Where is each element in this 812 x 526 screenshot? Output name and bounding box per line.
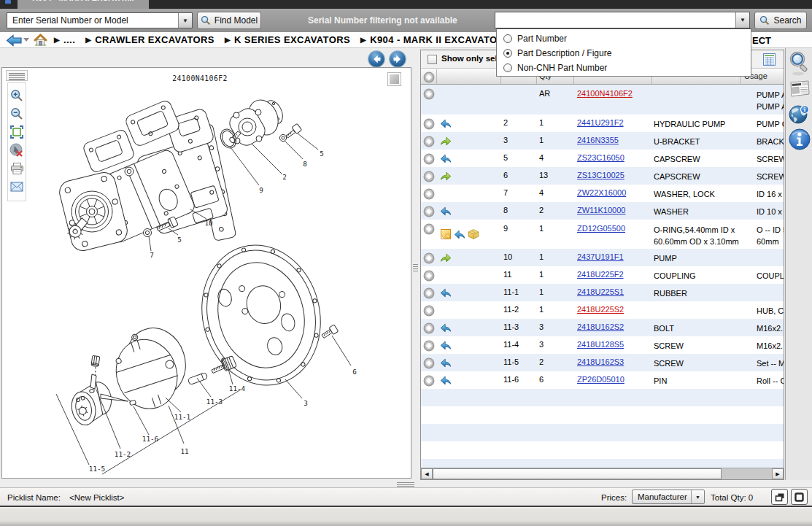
picklist-maximize-button[interactable] (791, 489, 808, 505)
part-number-link[interactable]: ZD12G05500 (577, 224, 625, 233)
expand-all-button[interactable] (421, 69, 437, 84)
home-icon[interactable] (34, 34, 47, 47)
figure-prev-button[interactable] (368, 50, 385, 68)
row-expander-button[interactable] (421, 185, 437, 202)
forward-icon[interactable] (440, 252, 452, 263)
parts-table-row[interactable]: 11 1 2418U225F2 COUPLING COUPLI (421, 266, 784, 284)
search-tool-icon[interactable] (788, 50, 811, 77)
reply-icon[interactable] (440, 117, 452, 129)
parts-table-row[interactable]: 6 13 ZS13C10025 CAPSCREW SCREW (421, 167, 784, 185)
row-expander-button[interactable] (421, 266, 437, 284)
info-icon[interactable] (788, 128, 811, 151)
scroll-right-button[interactable]: ▶ (772, 468, 784, 479)
parts-table-row[interactable]: 11-4 3 2418U128S5 SCREW M16x2. (421, 336, 784, 354)
part-number-link[interactable]: 24100N4106F2 (577, 89, 633, 98)
reply-icon[interactable] (440, 287, 452, 298)
bottom-splitter-grip[interactable] (397, 482, 414, 487)
row-expander-button[interactable] (421, 336, 437, 354)
part-number-link[interactable]: ZW22X16000 (577, 188, 626, 197)
parts-table-row[interactable]: 10 1 2437U191F1 PUMP (421, 249, 784, 266)
globe-info-icon[interactable]: i (788, 104, 810, 125)
part-number-link[interactable]: ZP26D05010 (577, 375, 625, 384)
show-only-selected-checkbox[interactable] (428, 55, 437, 64)
search-button[interactable]: Search (754, 12, 807, 29)
breadcrumb-item-k-series-excavators[interactable]: ▶K SERIES EXCAVATORS (225, 34, 350, 45)
figure-next-button[interactable] (389, 50, 406, 68)
parts-table-row[interactable]: 8 2 ZW11K10000 WASHER ID 10 x (421, 202, 784, 220)
part-number-link[interactable]: 2418U128S5 (577, 340, 624, 349)
print-button[interactable] (9, 160, 25, 177)
reply-icon[interactable] (440, 339, 452, 351)
overview-thumbnail-icon[interactable] (387, 72, 401, 86)
panel-splitter[interactable] (412, 260, 419, 275)
part-number-link[interactable]: ZW11K10000 (577, 206, 625, 214)
parts-table-row[interactable]: 11-6 6 ZP26D05010 PIN Roll -- C (421, 371, 784, 389)
bottom-splitter[interactable] (0, 480, 812, 487)
parts-table-row[interactable]: AR 24100N4106F2 PUMP APUMP A (421, 85, 784, 115)
parts-table-horizontal-scrollbar[interactable]: ◀ ▶ (421, 468, 784, 479)
email-button[interactable] (9, 178, 25, 196)
row-expander-button[interactable] (421, 167, 437, 185)
serial-number-combo[interactable]: Enter Serial Number or Model ▼ (7, 12, 193, 28)
option-part-description-figure[interactable]: Part Description / Figure (497, 46, 751, 61)
search-combo-dropdown-arrow[interactable]: ▼ (735, 12, 749, 28)
radio-part-description-figure[interactable] (503, 49, 512, 58)
part-number-link[interactable]: ZS23C16050 (577, 153, 625, 162)
row-expander-button[interactable] (421, 354, 437, 371)
breadcrumb-item-root[interactable]: ▶.... (54, 34, 75, 45)
row-expander-button[interactable] (421, 371, 437, 389)
row-expander-button[interactable] (421, 249, 437, 266)
exploded-parts-drawing[interactable]: 24100N4106F2 (2, 68, 411, 478)
parts-table-row[interactable]: 11-5 2 2418U162S3 SCREW Set -- M (421, 354, 784, 371)
zoom-out-button[interactable] (9, 105, 25, 123)
row-expander-button[interactable] (421, 132, 437, 150)
part-number-link[interactable]: 2418U225S1 (577, 287, 624, 296)
parts-table-row[interactable]: 11-1 1 2418U225S1 RUBBER (421, 284, 784, 301)
find-model-button[interactable]: Find Model (197, 12, 261, 29)
prices-dropdown[interactable]: Manufacturer ▼ (632, 490, 705, 504)
back-history-caret[interactable] (23, 38, 29, 42)
column-header-icons[interactable] (437, 69, 501, 84)
radio-part-number[interactable] (503, 34, 512, 43)
part-number-link[interactable]: 2416N3355 (577, 136, 619, 144)
row-expander-button[interactable] (421, 319, 437, 336)
parts-table-row[interactable]: 11-3 3 2418U162S2 BOLT M16x2. (421, 319, 784, 336)
part-number-link[interactable]: 2418U225S2 (577, 305, 624, 314)
reply-icon[interactable] (454, 228, 465, 240)
zoom-in-button[interactable] (9, 87, 25, 104)
forward-icon[interactable] (440, 170, 452, 182)
forward-icon[interactable] (440, 135, 452, 147)
part-number-link[interactable]: ZS13C10025 (577, 171, 625, 179)
row-expander-button[interactable] (421, 150, 437, 167)
table-view-icon[interactable] (762, 53, 776, 66)
fit-to-view-button[interactable] (9, 123, 25, 141)
reply-icon[interactable] (440, 152, 452, 164)
breadcrumb-item-crawler-excavators[interactable]: ▶CRAWLER EXCAVATORS (85, 34, 214, 45)
search-combo[interactable]: ▼ (495, 12, 750, 28)
reply-icon[interactable] (440, 322, 452, 333)
reply-icon[interactable] (440, 374, 452, 386)
option-non-cnh-part-number[interactable]: Non-CNH Part Number (497, 61, 751, 75)
option-part-number[interactable]: Part Number (497, 31, 751, 46)
row-expander-button[interactable] (421, 301, 437, 319)
part-number-link[interactable]: 2418U162S2 (577, 322, 624, 331)
row-expander-button[interactable] (421, 115, 437, 132)
row-expander-button[interactable] (421, 220, 437, 249)
box-icon[interactable] (468, 228, 479, 240)
row-expander-button[interactable] (421, 202, 437, 220)
parts-table-row[interactable]: 5 4 ZS23C16050 CAPSCREW SCREW (421, 150, 784, 167)
back-arrow-icon[interactable] (6, 34, 23, 47)
parts-table-row[interactable]: 7 4 ZW22X16000 WASHER, LOCK ID 16 x (421, 185, 784, 202)
parts-table-row[interactable]: 3 1 2416N3355 U-BRACKET BRACK (421, 132, 784, 150)
parts-table-row[interactable]: 2 1 2441U291F2 HYDRAULIC PUMP PUMP G (421, 115, 784, 132)
part-number-link[interactable]: 2441U291F2 (577, 118, 624, 127)
part-number-link[interactable]: 2418U225F2 (577, 270, 624, 279)
note-icon[interactable] (440, 228, 452, 240)
news-icon[interactable] (788, 80, 811, 98)
part-number-link[interactable]: 2437U191F1 (577, 252, 624, 261)
prices-dropdown-arrow[interactable]: ▼ (691, 490, 704, 503)
diagram-toolbar-handle-icon[interactable] (6, 70, 28, 81)
parts-table-row[interactable]: 9 1 ZD12G05500 O-RING,54.40mm ID x60.60m… (421, 220, 784, 249)
picklist-windows-button[interactable] (771, 489, 788, 505)
row-expander-button[interactable] (421, 284, 437, 301)
